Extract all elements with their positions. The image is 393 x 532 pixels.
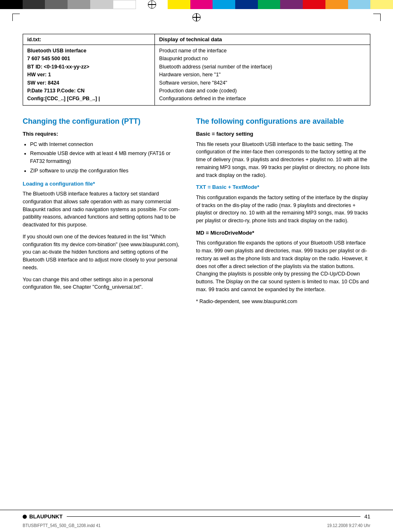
table-right-cell: Product name of the interface Blaupunkt … [155,45,370,106]
basic-heading: Basic = factory setting [196,130,370,138]
list-item: Removable USB device with at least 4 MB … [30,150,184,165]
basic-text: This file resets your Bluetooth USB inte… [196,141,370,179]
two-column-layout: Changing the configuration (PTT) This re… [23,117,370,310]
swatch-green [258,0,281,9]
logo-text: BLAUPUNKT [29,513,63,520]
txt-heading: TXT = Basic + TextMode* [196,183,370,191]
swatch-blue [235,0,258,9]
right-section-heading: The following configurations are availab… [196,117,370,126]
swatch-vlight [90,0,113,9]
swatch-red [303,0,325,9]
table-left-cell: Bluetooth USB interface 7 607 545 500 00… [23,45,155,106]
swatch-mgray [45,0,68,9]
swatch-white [113,0,136,9]
requirements-list: PC with Internet connection Removable US… [30,141,184,175]
swatch-ltcyan [348,0,371,9]
bottom-info: BTUSBIFPTT_545_500_GB_1208.indd 41 19.12… [0,523,393,528]
bt-usb-interface: Bluetooth USB interface 7 607 545 500 00… [27,48,100,101]
right-column: The following configurations are availab… [196,117,370,310]
table-col2-header: Display of technical data [155,34,370,45]
swatch-ltyellow [370,0,393,9]
footnote: * Radio-dependent, see www.blaupunkt.com [196,298,370,306]
footer: BLAUPUNKT 41 [0,510,393,520]
top-marks-row [0,9,393,26]
swatch-black [0,0,23,9]
logo-dot [23,515,27,519]
swatch-yellow [168,0,190,9]
blaupunkt-logo: BLAUPUNKT [23,513,63,520]
footer-line [67,516,360,517]
table-right-data: Product name of the interface Blaupunkt … [159,47,366,103]
table-col1-header: id.txt: [23,34,155,45]
list-item: PC with Internet connection [30,141,184,148]
swatch-purple [280,0,303,9]
swatch-gap [136,0,147,9]
data-table: id.txt: Display of technical data Blueto… [23,34,370,106]
swatch-lgray [68,0,90,9]
reg-mark-center [192,13,201,21]
md-heading: MD = MicroDriveMode* [196,229,370,237]
swatch-magenta [190,0,213,9]
page-number: 41 [365,513,370,520]
left-para1: The Bluetooth USB interface features a f… [23,190,184,229]
table-right-text: Product name of the interface Blaupunkt … [159,48,272,101]
this-requires-heading: This requires: [23,130,184,138]
left-para2: If you should own one of the devices fea… [23,233,184,272]
swatch-dgray [23,0,45,9]
corner-tr [373,14,381,21]
main-content: id.txt: Display of technical data Blueto… [0,26,393,318]
md-text: This configuration file expands the opti… [196,239,370,293]
color-bar [0,0,393,9]
bottom-left: BTUSBIFPTT_545_500_GB_1208.indd 41 [23,523,101,528]
top-reg-mark [147,0,157,9]
swatch-orange [325,0,348,9]
corner-tl [12,14,20,21]
left-section-heading: Changing the configuration (PTT) [23,117,184,126]
loading-config-heading: Loading a configuration file* [23,180,184,188]
list-item: ZIP software to unzip the configuration … [30,167,184,175]
bottom-right: 19.12.2008 9:27:40 Uhr [327,523,370,528]
txt-text: This configuration expands the factory s… [196,194,370,225]
left-para3: You can change this and other settings a… [23,276,184,292]
table-left-data: Bluetooth USB interface 7 607 545 500 00… [27,47,150,103]
swatch-cyan [213,0,235,9]
left-column: Changing the configuration (PTT) This re… [23,117,184,310]
